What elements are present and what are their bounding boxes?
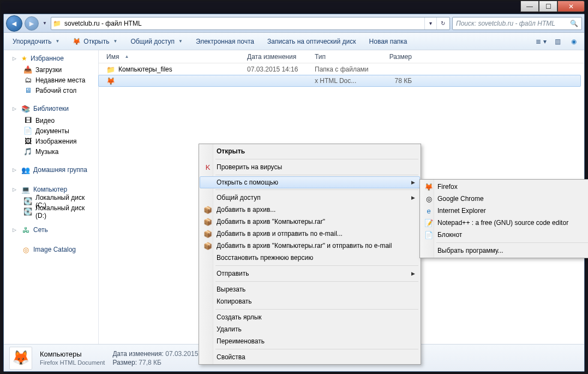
winrar-icon: 📦 [203, 229, 212, 238]
notepad-icon: 📄 [424, 230, 433, 239]
nav-desktop[interactable]: 🖥Рабочий стол [4, 85, 98, 96]
libraries-icon: 📚 [21, 104, 30, 113]
firefox-icon: 🦊 [73, 38, 81, 45]
nav-downloads[interactable]: 📥Загрузки [4, 64, 98, 75]
email-button[interactable]: Электронная почта [190, 34, 260, 49]
openwith-notepad[interactable]: 📄Блокнот [421, 229, 588, 241]
winrar-icon: 📦 [203, 205, 212, 214]
ctx-properties[interactable]: Свойства [200, 351, 419, 363]
winrar-icon: 📦 [203, 241, 212, 250]
forward-button[interactable]: ► [25, 16, 39, 31]
ctx-cut[interactable]: Вырезать [200, 283, 419, 295]
ctx-add-archive[interactable]: 📦Добавить в архив... [200, 204, 419, 216]
folder-icon: 📁 [52, 19, 61, 28]
ctx-shortcut[interactable]: Создать ярлык [200, 311, 419, 323]
openwith-notepadpp[interactable]: 📝Notepad++ : a free (GNU) source code ed… [421, 217, 588, 229]
search-input[interactable]: Поиск: sovetclub.ru - файл HTML 🔍 [452, 17, 582, 30]
details-title: Компьютеры [40, 350, 105, 358]
ctx-rename[interactable]: Переименовать [200, 335, 419, 347]
computer-icon: 💻 [21, 185, 30, 194]
refresh-button[interactable]: ↻ [436, 17, 448, 29]
column-headers: Имя▲ Дата изменения Тип Размер [99, 50, 584, 63]
breadcrumb[interactable]: 📁 sovetclub.ru - файл HTML ▾ ↻ [51, 17, 450, 30]
ctx-add-email[interactable]: 📦Добавить в архив и отправить по e-mail.… [200, 228, 419, 240]
column-name[interactable]: Имя▲ [102, 53, 243, 61]
chrome-icon: ◎ [424, 194, 433, 203]
catalog-icon: ◎ [21, 245, 30, 254]
ctx-send-to[interactable]: Отправить▶ [200, 268, 419, 280]
address-bar: ◄ ► ▼ 📁 sovetclub.ru - файл HTML ▾ ↻ Пои… [4, 14, 584, 33]
desktop-icon: 🖥 [23, 86, 32, 95]
drive-icon: 💽 [23, 207, 32, 216]
column-size[interactable]: Размер [374, 53, 416, 61]
ctx-open-with[interactable]: Открыть с помощью▶ [200, 176, 420, 188]
nav-recent[interactable]: 🗂Недавние места [4, 75, 98, 85]
navigation-pane: ▷★Избранное 📥Загрузки 🗂Недавние места 🖥Р… [4, 50, 99, 344]
explorer-window: — ☐ ✕ ◄ ► ▼ 📁 sovetclub.ru - файл HTML ▾… [3, 14, 585, 372]
kaspersky-icon: K [203, 163, 212, 171]
favorites-header[interactable]: ▷★Избранное [4, 54, 98, 64]
open-button[interactable]: 🦊Открыть▼ [67, 34, 123, 49]
breadcrumb-dropdown[interactable]: ▾ [424, 17, 436, 29]
new-folder-button[interactable]: Новая папка [364, 34, 413, 49]
breadcrumb-text: sovetclub.ru - файл HTML [63, 20, 422, 27]
file-date: 07.03.2015 14:16 [243, 66, 310, 73]
folder-icon: 📁 [106, 65, 115, 74]
share-button[interactable]: Общий доступ▼ [125, 34, 188, 49]
ctx-add-rar[interactable]: 📦Добавить в архив "Компьютеры.rar" [200, 216, 419, 228]
downloads-icon: 📥 [23, 66, 32, 74]
openwith-chrome[interactable]: ◎Google Chrome [421, 193, 588, 205]
ctx-share[interactable]: Общий доступ▶ [200, 192, 419, 204]
winrar-icon: 📦 [203, 217, 212, 226]
column-type[interactable]: Тип [310, 53, 374, 61]
firefox-icon: 🦊 [424, 182, 433, 191]
recent-icon: 🗂 [23, 76, 32, 85]
ctx-copy[interactable]: Копировать [200, 295, 419, 307]
view-options-button[interactable]: ≣ ▾ [534, 35, 548, 48]
image-catalog-header[interactable]: ◎Image Catalog [4, 244, 98, 256]
ctx-add-rar-email[interactable]: 📦Добавить в архив "Компьютеры.rar" и отп… [200, 240, 419, 252]
file-type: x HTML Doc... [310, 77, 374, 85]
network-header[interactable]: ▷🖧Сеть [4, 224, 98, 236]
organize-button[interactable]: Упорядочить▼ [7, 34, 65, 49]
openwith-choose[interactable]: Выбрать программу... [421, 245, 588, 257]
firefox-icon: 🦊 [106, 76, 115, 85]
file-row-selected[interactable]: 🦊 x HTML Doc... 78 КБ [98, 75, 581, 87]
file-list-pane: Имя▲ Дата изменения Тип Размер 📁Компьюте… [99, 50, 584, 344]
nav-videos[interactable]: 🎞Видео [4, 115, 98, 126]
libraries-header[interactable]: ▷📚Библиотеки [4, 103, 98, 115]
nav-pictures[interactable]: 🖼Изображения [4, 136, 98, 146]
close-button[interactable]: ✕ [557, 1, 585, 12]
minimize-button[interactable]: — [520, 1, 539, 12]
preview-pane-button[interactable]: ▥ [550, 35, 565, 48]
context-menu: Открыть KПроверить на вирусы Открыть с п… [199, 144, 421, 365]
openwith-firefox[interactable]: 🦊Firefox [421, 181, 588, 193]
nav-drive-d[interactable]: 💽Локальный диск (D:) [4, 206, 98, 217]
drive-icon: 💽 [23, 197, 32, 206]
column-date[interactable]: Дата изменения [243, 53, 310, 61]
open-with-submenu: 🦊Firefox ◎Google Chrome eInternet Explor… [419, 179, 588, 258]
homegroup-header[interactable]: ▷👥Домашняя группа [4, 164, 98, 176]
sort-arrow-icon: ▲ [124, 54, 129, 59]
ie-icon: e [424, 206, 433, 215]
ctx-open[interactable]: Открыть [200, 145, 419, 157]
nav-history-dropdown[interactable]: ▼ [41, 16, 49, 31]
submenu-arrow-icon: ▶ [411, 195, 415, 200]
help-button[interactable]: ◉ [567, 35, 581, 48]
file-type: Папка с файлами [310, 66, 374, 73]
network-icon: 🖧 [21, 225, 30, 234]
nav-music[interactable]: 🎵Музыка [4, 146, 98, 157]
submenu-arrow-icon: ▶ [411, 180, 415, 185]
burn-button[interactable]: Записать на оптический диск [262, 34, 362, 49]
notepadpp-icon: 📝 [424, 218, 433, 227]
submenu-arrow-icon: ▶ [411, 271, 415, 276]
openwith-ie[interactable]: eInternet Explorer [421, 205, 588, 217]
ctx-scan[interactable]: KПроверить на вирусы [200, 161, 419, 173]
ctx-restore[interactable]: Восстановить прежнюю версию [200, 252, 419, 264]
ctx-delete[interactable]: Удалить [200, 323, 419, 335]
nav-documents[interactable]: 📄Документы [4, 126, 98, 136]
back-button[interactable]: ◄ [6, 15, 22, 32]
file-row[interactable]: 📁Компьютеры_files 07.03.2015 14:16 Папка… [99, 63, 584, 75]
toolbar: Упорядочить▼ 🦊Открыть▼ Общий доступ▼ Эле… [4, 33, 584, 50]
maximize-button[interactable]: ☐ [539, 1, 557, 12]
